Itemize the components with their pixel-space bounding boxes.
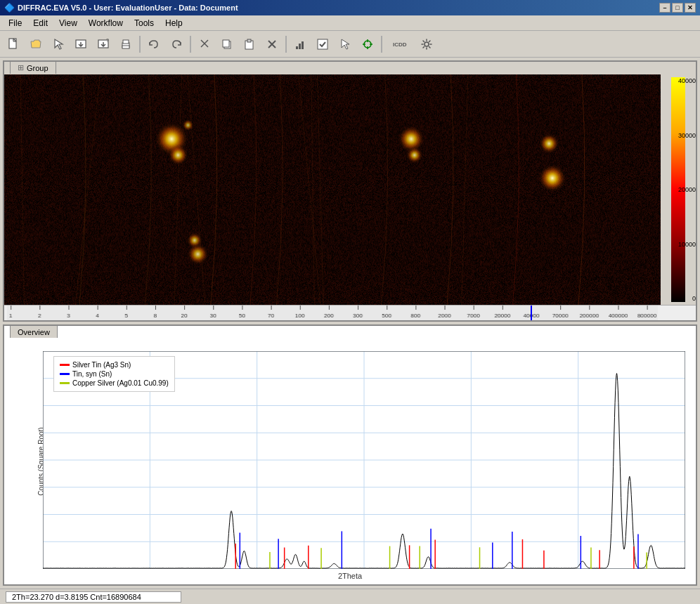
- menubar: File Edit View Workflow Tools Help: [0, 15, 700, 31]
- paste-button[interactable]: [239, 34, 260, 54]
- group-panel: ⊞ Group 40000 30000 20000 10000 0: [3, 60, 697, 322]
- color-scale: 40000 30000 20000 10000 0: [661, 74, 696, 305]
- legend-label-tin: Tin, syn (Sn): [72, 370, 112, 378]
- menu-view[interactable]: View: [53, 17, 83, 29]
- scale-label-30000: 30000: [675, 132, 696, 139]
- icdd-button[interactable]: ICDD: [385, 34, 415, 54]
- overview-panel: Overview Counts (Square Root) Silver Tin…: [3, 324, 697, 586]
- group-tab-icon: ⊞: [18, 63, 24, 72]
- legend-label-silver-tin: Silver Tin (Ag3 Sn): [72, 361, 131, 369]
- legend-item-copper-silver: Copper Silver (Ag0.01 Cu0.99): [60, 379, 169, 387]
- detector-image: [4, 74, 661, 305]
- cursor-button[interactable]: [48, 34, 69, 54]
- separator-3: [285, 36, 287, 53]
- titlebar-title: DIFFRAC.EVA V5.0 - User: EvaluationUser …: [18, 4, 238, 12]
- separator-4: [381, 36, 382, 53]
- separator-2: [190, 36, 191, 53]
- menu-edit[interactable]: Edit: [27, 17, 53, 29]
- copy-button[interactable]: [216, 34, 238, 54]
- menu-tools[interactable]: Tools: [129, 17, 160, 29]
- app-icon: 🔷: [4, 3, 15, 13]
- svg-text:?: ?: [106, 38, 109, 43]
- status-text: 2Th=23.270 d=3.8195 Cnt=16890684: [12, 593, 141, 601]
- svg-rect-7: [123, 40, 129, 44]
- titlebar: 🔷 DIFFRAC.EVA V5.0 - User: EvaluationUse…: [0, 0, 700, 15]
- minimize-button[interactable]: –: [659, 3, 670, 13]
- select-cursor-button[interactable]: [335, 34, 356, 54]
- x-axis-label: 2Theta: [338, 572, 362, 580]
- status-panel: 2Th=23.270 d=3.8195 Cnt=16890684: [6, 591, 181, 603]
- svg-rect-14: [247, 39, 251, 42]
- import-button[interactable]: [70, 34, 91, 54]
- cut-button[interactable]: [194, 34, 215, 54]
- crosshair-button[interactable]: [357, 34, 378, 54]
- new-button[interactable]: [3, 34, 24, 54]
- separator-1: [139, 36, 141, 53]
- overview-content: Counts (Square Root) Silver Tin (Ag3 Sn)…: [4, 339, 696, 584]
- legend-label-copper-silver: Copper Silver (Ag0.01 Cu0.99): [72, 379, 169, 387]
- svg-rect-8: [122, 46, 129, 48]
- scale-label-40000: 40000: [675, 77, 696, 84]
- svg-rect-18: [299, 44, 301, 49]
- chart-area: Counts (Square Root) Silver Tin (Ag3 Sn)…: [4, 339, 696, 584]
- ruler-canvas: [7, 306, 658, 321]
- scale-label-10000: 10000: [675, 241, 696, 248]
- maximize-button[interactable]: □: [672, 3, 683, 13]
- svg-point-27: [424, 42, 429, 46]
- svg-rect-17: [296, 46, 298, 49]
- print-button[interactable]: [115, 34, 136, 54]
- redo-button[interactable]: [166, 34, 187, 54]
- scale-label-20000: 20000: [675, 186, 696, 193]
- titlebar-left: 🔷 DIFFRAC.EVA V5.0 - User: EvaluationUse…: [4, 3, 238, 13]
- gear-button[interactable]: [416, 34, 437, 54]
- delete-button[interactable]: [261, 34, 283, 54]
- import2-button[interactable]: ?: [93, 34, 114, 54]
- legend-color-silver-tin: [60, 364, 70, 366]
- menu-help[interactable]: Help: [160, 17, 188, 29]
- detector-canvas: [4, 74, 661, 305]
- svg-text:ICDD: ICDD: [393, 41, 407, 48]
- svg-rect-19: [302, 41, 304, 49]
- scale-label-0: 0: [675, 295, 696, 302]
- legend-item-silver-tin: Silver Tin (Ag3 Sn): [60, 361, 169, 369]
- svg-rect-12: [223, 40, 229, 47]
- group-content: 40000 30000 20000 10000 0: [4, 74, 696, 305]
- statusbar: 2Th=23.270 d=3.8195 Cnt=16890684: [0, 589, 700, 604]
- chart-button[interactable]: [290, 34, 311, 54]
- close-button[interactable]: ✕: [685, 3, 696, 13]
- legend-item-tin: Tin, syn (Sn): [60, 370, 169, 378]
- undo-button[interactable]: [143, 34, 164, 54]
- overview-tab[interactable]: Overview: [10, 325, 58, 338]
- group-tab[interactable]: ⊞ Group: [10, 61, 56, 74]
- check-button[interactable]: [312, 34, 333, 54]
- group-tab-label: Group: [27, 64, 48, 72]
- titlebar-controls: – □ ✕: [659, 3, 696, 13]
- menu-file[interactable]: File: [3, 17, 27, 29]
- legend-color-tin: [60, 373, 70, 375]
- scale-labels: 40000 30000 20000 10000 0: [675, 77, 696, 302]
- toolbar: ? ICDD: [0, 31, 700, 58]
- overview-tab-label: Overview: [18, 328, 50, 336]
- svg-rect-20: [318, 39, 328, 49]
- main-content: ⊞ Group 40000 30000 20000 10000 0: [0, 58, 700, 589]
- open-button[interactable]: [25, 34, 46, 54]
- x-ruler: [4, 305, 696, 320]
- legend-color-copper-silver: [60, 382, 70, 384]
- legend: Silver Tin (Ag3 Sn) Tin, syn (Sn) Copper…: [53, 356, 175, 392]
- menu-workflow[interactable]: Workflow: [83, 17, 129, 29]
